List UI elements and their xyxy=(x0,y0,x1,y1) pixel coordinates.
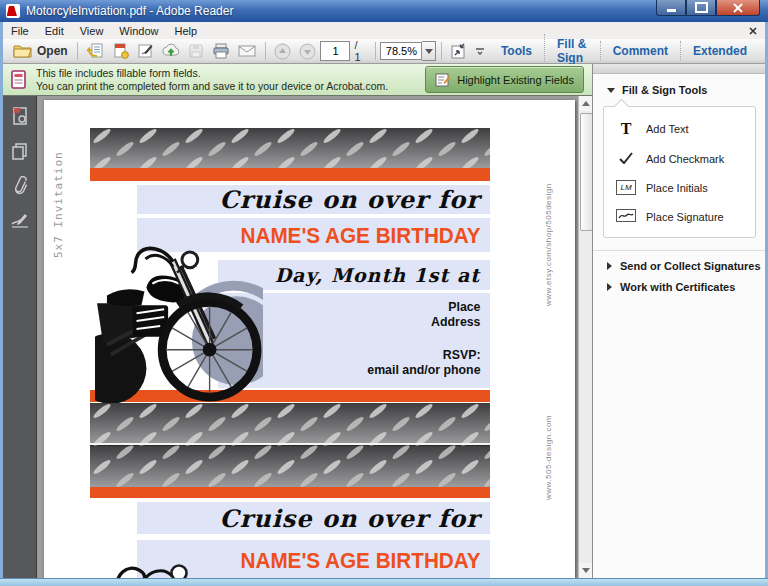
notification-line1: This file includes fillable form fields. xyxy=(36,67,388,80)
pdf-page: 5x7 Invitation www.etsy.com/shop/505desi… xyxy=(44,100,575,578)
tab-comment[interactable]: Comment xyxy=(600,41,680,61)
fill-sign-tools-label: Fill & Sign Tools xyxy=(622,84,707,96)
zoom-level-value[interactable]: 78.5% xyxy=(380,42,422,60)
toolbar-overflow-icon xyxy=(475,46,485,56)
form-field-script-line-2[interactable]: Cruise on over for xyxy=(137,502,490,534)
page-number-input[interactable] xyxy=(320,41,350,61)
signature-icon xyxy=(616,209,636,224)
chevron-right-icon xyxy=(607,262,612,270)
checkmark-icon xyxy=(616,152,636,166)
add-text-label: Add Text xyxy=(646,123,689,135)
chevron-down-icon xyxy=(425,49,433,54)
tab-extended[interactable]: Extended xyxy=(680,41,759,61)
window-border-left xyxy=(0,22,3,578)
form-fields-notification-bar: This file includes fillable form fields.… xyxy=(3,64,592,96)
next-page-icon xyxy=(299,43,316,60)
zoom-dropdown-button[interactable] xyxy=(422,41,436,61)
toolbar-overflow-button[interactable] xyxy=(471,44,489,58)
previous-page-button[interactable] xyxy=(270,41,295,62)
add-text-icon: T xyxy=(616,120,636,138)
previous-page-icon xyxy=(274,43,291,60)
fit-page-button[interactable] xyxy=(447,41,471,61)
menu-window[interactable]: Window xyxy=(111,24,166,38)
fold-line xyxy=(90,443,490,445)
menu-edit[interactable]: Edit xyxy=(37,24,72,38)
diamond-plate-band-top xyxy=(90,128,490,168)
menu-view[interactable]: View xyxy=(72,24,112,38)
save-icon xyxy=(188,43,204,59)
print-icon xyxy=(212,43,230,59)
save-button[interactable] xyxy=(184,41,208,61)
work-with-certificates-label: Work with Certificates xyxy=(620,281,735,293)
minimize-icon xyxy=(667,9,676,12)
document-scrollbar[interactable] xyxy=(578,96,593,578)
arrow-up-icon xyxy=(582,101,590,106)
export-pdf-icon xyxy=(87,43,104,59)
place-signature-tool[interactable]: Place Signature xyxy=(604,202,755,231)
fill-sign-tools-box: T Add Text Add Checkmark LM Place Initia… xyxy=(603,106,756,238)
address-text: Address xyxy=(232,314,490,329)
form-document-icon xyxy=(11,70,28,90)
add-checkmark-label: Add Checkmark xyxy=(646,153,724,165)
place-text: Place xyxy=(232,293,490,314)
export-pdf-button[interactable] xyxy=(83,41,108,61)
sign-document-button[interactable] xyxy=(133,41,158,61)
motorcycle-graphic xyxy=(95,246,263,404)
tools-panel: Fill & Sign Tools T Add Text Add Checkma… xyxy=(592,64,766,578)
document-pane: 5x7 Invitation www.etsy.com/shop/505desi… xyxy=(37,96,578,578)
designer-url-vertical-text: www.505-design.com xyxy=(544,404,553,500)
attachments-icon[interactable] xyxy=(12,176,28,196)
maximize-button[interactable] xyxy=(686,0,716,16)
chevron-down-icon xyxy=(607,88,615,93)
arrow-down-icon xyxy=(582,568,590,573)
place-initials-tool[interactable]: LM Place Initials xyxy=(604,173,755,202)
fill-sign-tools-header[interactable]: Fill & Sign Tools xyxy=(593,74,766,102)
open-folder-icon xyxy=(13,44,33,59)
tab-fill-sign[interactable]: Fill & Sign xyxy=(544,34,600,68)
add-text-tool[interactable]: T Add Text xyxy=(604,113,755,145)
tab-tools[interactable]: Tools xyxy=(489,41,544,61)
signatures-icon[interactable] xyxy=(10,212,30,228)
cloud-upload-icon xyxy=(162,43,180,59)
toolbar-tabs: Tools Fill & Sign Comment Extended xyxy=(489,34,759,68)
page-total-label: / 1 xyxy=(354,39,365,63)
headline-text-2: NAME'S AGE BIRTHDAY xyxy=(158,540,490,578)
print-button[interactable] xyxy=(208,41,234,61)
orange-stripe xyxy=(90,168,490,181)
create-pdf-button[interactable] xyxy=(108,41,133,61)
chevron-right-icon xyxy=(607,283,612,291)
script-line-text: Cruise on over for xyxy=(137,185,490,215)
adobe-reader-window: MotorcyleInvtiation.pdf - Adobe Reader F… xyxy=(0,0,768,586)
page-thumbnails-icon[interactable] xyxy=(11,106,29,126)
send-collect-signatures-label: Send or Collect Signatures xyxy=(620,260,761,272)
menu-file[interactable]: File xyxy=(3,24,37,38)
menu-help[interactable]: Help xyxy=(166,24,205,38)
cloud-upload-button[interactable] xyxy=(158,41,184,61)
form-field-script-line[interactable]: Cruise on over for xyxy=(137,185,490,214)
place-signature-label: Place Signature xyxy=(646,211,724,223)
close-icon xyxy=(733,3,743,13)
add-checkmark-tool[interactable]: Add Checkmark xyxy=(604,145,755,173)
contact-text: email and/or phone xyxy=(232,362,490,377)
highlight-existing-fields-button[interactable]: Highlight Existing Fields xyxy=(425,66,584,93)
scroll-down-button[interactable] xyxy=(579,563,593,578)
next-page-button[interactable] xyxy=(295,41,320,62)
fit-page-icon xyxy=(451,43,467,59)
email-button[interactable] xyxy=(234,42,260,60)
work-with-certificates-section[interactable]: Work with Certificates xyxy=(593,272,766,293)
etsy-url-vertical-text: www.etsy.com/shop/505design xyxy=(544,134,553,306)
main-toolbar: Open xyxy=(3,39,765,64)
close-button[interactable] xyxy=(716,0,760,16)
open-button[interactable]: Open xyxy=(9,42,72,61)
notification-text: This file includes fillable form fields.… xyxy=(36,67,388,93)
send-collect-signatures-section[interactable]: Send or Collect Signatures xyxy=(593,251,766,272)
panel-top-strip xyxy=(593,64,766,74)
email-icon xyxy=(238,44,256,58)
place-initials-label: Place Initials xyxy=(646,182,708,194)
invitation-size-label: 5x7 Invitation xyxy=(52,126,65,258)
highlight-fields-label: Highlight Existing Fields xyxy=(457,74,574,86)
adobe-reader-app-icon xyxy=(6,4,20,18)
bookmarks-icon[interactable] xyxy=(11,142,29,160)
minimize-button[interactable] xyxy=(656,0,686,16)
scroll-up-button[interactable] xyxy=(579,96,593,111)
